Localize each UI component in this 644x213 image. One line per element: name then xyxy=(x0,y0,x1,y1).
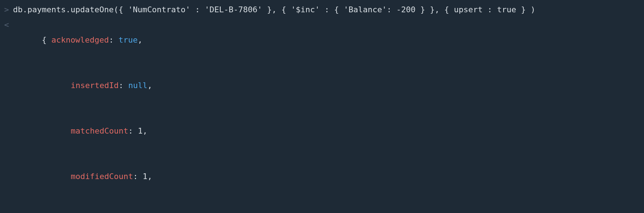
output-line: matchedCount: 1, xyxy=(0,108,644,154)
output-line: < { acknowledged: true, xyxy=(0,17,644,63)
result-key: acknowledged xyxy=(51,35,109,44)
output-line: upsertedCount: 0 } xyxy=(0,199,644,213)
output-line: insertedId: null, xyxy=(0,63,644,108)
command-text: db.payments.updateOne({ 'NumContrato' : … xyxy=(13,2,535,17)
colon: : xyxy=(109,35,119,44)
comma: , xyxy=(147,81,152,90)
colon: : xyxy=(119,81,128,90)
result-key: modifiedCount xyxy=(71,172,133,181)
terminal-output: > db.payments.updateOne({ 'NumContrato' … xyxy=(0,0,644,213)
colon: : xyxy=(133,172,143,181)
comma: , xyxy=(137,35,142,44)
chevron-left-icon: < xyxy=(0,17,13,32)
brace-open: { xyxy=(42,35,51,44)
result-key: matchedCount xyxy=(71,126,128,135)
result-value: 1 xyxy=(138,126,143,135)
result-key: insertedId xyxy=(71,81,118,90)
chevron-right-icon: > xyxy=(0,2,13,17)
output-line: modifiedCount: 1, xyxy=(0,154,644,199)
comma: , xyxy=(147,172,152,181)
result-value: null xyxy=(128,81,147,90)
result-value: true xyxy=(118,35,137,44)
colon: : xyxy=(128,126,138,135)
comma: , xyxy=(143,126,147,135)
result-value: 1 xyxy=(143,172,147,181)
input-line[interactable]: > db.payments.updateOne({ 'NumContrato' … xyxy=(0,2,644,17)
